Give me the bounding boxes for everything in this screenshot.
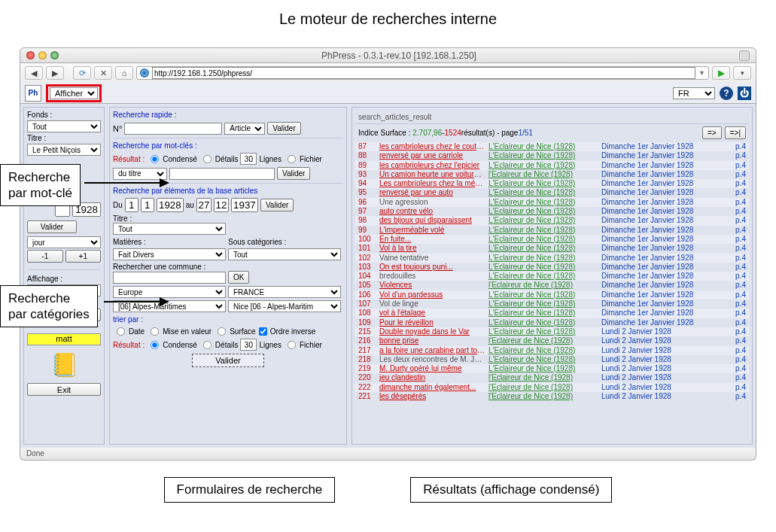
valider-button[interactable]: Valider: [277, 167, 310, 180]
valider-button[interactable]: Valider: [260, 199, 294, 211]
m1[interactable]: [141, 198, 154, 212]
result-row[interactable]: 96Une agressionL'Eclaireur de Nice (1928…: [355, 198, 749, 207]
result-title[interactable]: En fuite...: [379, 235, 485, 244]
result-title[interactable]: renversé par une auto: [379, 188, 485, 197]
result-title[interactable]: Vol à la tire: [379, 244, 485, 253]
matt-box[interactable]: matt: [27, 333, 101, 345]
result-title[interactable]: Une agression: [379, 198, 485, 207]
valider-button[interactable]: Valider: [27, 220, 77, 233]
result-title[interactable]: des bijoux qui disparaissent: [379, 216, 485, 225]
result-title[interactable]: a la foire une carabine part toute seule: [379, 346, 485, 355]
url-input[interactable]: [152, 67, 695, 79]
result-title[interactable]: L'imperméable volé: [379, 226, 485, 235]
result-title[interactable]: Vol d'un pardessus: [379, 290, 485, 299]
result-row[interactable]: 87les cambrioleurs chez le couturierL'Ec…: [355, 142, 749, 151]
result-row[interactable]: 88renversé par une carrioleL'Eclaireur d…: [355, 151, 749, 160]
close-icon[interactable]: [26, 51, 35, 59]
result-title[interactable]: Pour le réveillon: [379, 318, 485, 327]
result-source[interactable]: L'Eclaireur de Nice (1928): [488, 142, 601, 151]
language-select[interactable]: FR: [673, 87, 715, 99]
opt-condense[interactable]: [151, 154, 159, 163]
result-source[interactable]: L'Eclaireur de Nice (1928): [488, 188, 601, 197]
result-source[interactable]: l'Eclaireur de Nice (1928): [488, 281, 601, 290]
result-title[interactable]: Double noyade dans le Var: [379, 327, 485, 336]
result-source[interactable]: L'Eclaireur de Nice (1928): [488, 318, 601, 327]
minimize-icon[interactable]: [38, 51, 47, 59]
help-icon[interactable]: ?: [720, 87, 733, 100]
go-button[interactable]: ▶: [712, 66, 730, 80]
valider-big-button[interactable]: Valider: [192, 354, 264, 367]
result-title[interactable]: Vaine tentative: [379, 254, 485, 263]
result-row[interactable]: 105Violencesl'Eclaireur de Nice (1928)Di…: [355, 281, 749, 290]
opt-fichier[interactable]: [288, 340, 296, 348]
result-title[interactable]: Un camion heurte une voiture de place: [379, 170, 485, 179]
result-title[interactable]: bonne prise: [379, 336, 485, 345]
result-title[interactable]: renversé par une carriole: [379, 151, 485, 160]
result-title[interactable]: Violences: [379, 281, 485, 290]
result-row[interactable]: 218Les deux rencontres de M. Jean Matkov…: [355, 355, 749, 364]
result-title[interactable]: les cambrioleurs chez le couturier: [379, 142, 485, 151]
result-title[interactable]: auto contre vélo: [379, 207, 485, 216]
keyword-input[interactable]: [169, 168, 275, 180]
result-row[interactable]: 98des bijoux qui disparaissentL'Eclaireu…: [355, 216, 749, 225]
jour-select[interactable]: jour: [27, 236, 101, 248]
power-icon[interactable]: ⏻: [738, 87, 751, 100]
menu-button[interactable]: ▾: [733, 66, 751, 80]
result-source[interactable]: L'Eclaireur de Nice (1928): [488, 254, 601, 263]
url-bar[interactable]: ▼: [136, 66, 709, 80]
result-source[interactable]: L'Eclaireur de Nice (1928): [488, 179, 601, 188]
lines-input[interactable]: [240, 339, 257, 351]
result-row[interactable]: 101Vol à la tireL'Eclaireur de Nice (192…: [355, 244, 749, 253]
home-button[interactable]: ⌂: [115, 66, 133, 80]
minus-button[interactable]: -1: [27, 250, 63, 263]
result-row[interactable]: 108vol à l'étalageL'Eclaireur de Nice (1…: [355, 309, 749, 318]
result-row[interactable]: 219M. Durty opéré lui mêmeL'Eclaireur de…: [355, 364, 749, 373]
opt-fichier[interactable]: [288, 154, 296, 163]
y2[interactable]: [231, 198, 258, 212]
result-source[interactable]: L'Eclaireur de Nice (1928): [488, 364, 601, 373]
result-row[interactable]: 220jeu clandestinl'Eclaireur de Nice (19…: [355, 373, 749, 382]
result-row[interactable]: 107Vol de lingeL'Eclaireur de Nice (1928…: [355, 299, 749, 309]
url-dropdown-icon[interactable]: ▼: [698, 69, 705, 77]
notes-icon[interactable]: [49, 353, 79, 377]
result-source[interactable]: L'Eclaireur de Nice (1928): [488, 263, 601, 272]
result-row[interactable]: 221les désepérésl'Eclaireur de Nice (192…: [355, 392, 749, 401]
result-title[interactable]: les désepérés: [379, 392, 485, 401]
result-source[interactable]: L'Eclaireur de Nice (1928): [488, 226, 601, 235]
result-row[interactable]: 97auto contre véloL'Eclaireur de Nice (1…: [355, 207, 749, 216]
sort-reverse[interactable]: [259, 327, 267, 336]
stop-button[interactable]: ✕: [94, 66, 112, 80]
app-logo[interactable]: Ph: [25, 85, 41, 102]
result-source[interactable]: L'Eclaireur de Nice (1928): [488, 327, 601, 336]
result-source[interactable]: l'Eclaireur de Nice (1928): [488, 383, 601, 392]
lines-input[interactable]: [240, 153, 257, 165]
result-source[interactable]: L'Eclaireur de Nice (1928): [488, 151, 601, 160]
result-source[interactable]: L'Eclaireur de Nice (1928): [488, 216, 601, 225]
result-row[interactable]: 100En fuite...L'Eclaireur de Nice (1928)…: [355, 235, 749, 244]
result-source[interactable]: l'Eclaireur de Nice (1928): [488, 336, 601, 345]
opt-details[interactable]: [203, 154, 211, 163]
result-source[interactable]: L'Eclaireur de Nice (1928): [488, 299, 601, 309]
result-row[interactable]: 106Vol d'un pardessusL'Eclaireur de Nice…: [355, 290, 749, 299]
display-mode-select[interactable]: Afficher: [50, 87, 98, 99]
result-row[interactable]: 104bredouillesL'Eclaireur de Nice (1928)…: [355, 272, 749, 281]
forward-button[interactable]: ▶: [46, 66, 64, 80]
result-source[interactable]: L'Eclaireur de Nice (1928): [488, 161, 601, 170]
result-title[interactable]: Les cambrioleurs chez la ménagère: [379, 179, 485, 188]
result-row[interactable]: 94Les cambrioleurs chez la ménagèreL'Ecl…: [355, 179, 749, 188]
result-row[interactable]: 215Double noyade dans le VarL'Eclaireur …: [355, 327, 749, 336]
sort-value[interactable]: [151, 327, 159, 336]
zoom-icon[interactable]: [50, 51, 59, 59]
result-row[interactable]: 93Un camion heurte une voiture de placel…: [355, 170, 749, 179]
result-title[interactable]: vol à l'étalage: [379, 309, 485, 318]
ok-button[interactable]: OK: [228, 271, 249, 284]
fonds-select[interactable]: Tout: [27, 120, 101, 132]
result-source[interactable]: L'Eclaireur de Nice (1928): [488, 235, 601, 244]
exit-button[interactable]: Exit: [27, 383, 101, 396]
opt-condense[interactable]: [151, 340, 159, 348]
valider-button[interactable]: Valider: [267, 122, 300, 135]
result-row[interactable]: 89les cambrioleurs chez l'epicierL'Eclai…: [355, 161, 749, 170]
m2[interactable]: [214, 198, 229, 212]
sort-date[interactable]: [117, 327, 125, 336]
result-row[interactable]: 99L'imperméable voléL'Eclaireur de Nice …: [355, 226, 749, 235]
